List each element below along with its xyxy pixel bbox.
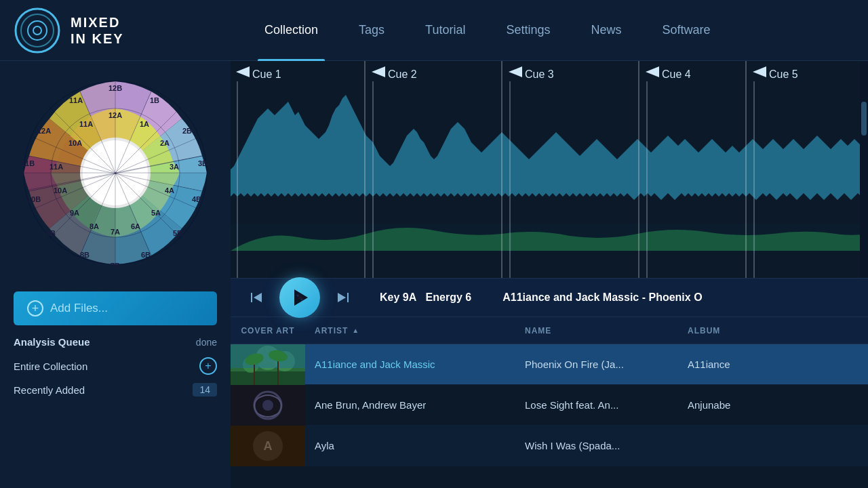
svg-text:5A: 5A bbox=[151, 209, 161, 217]
svg-text:Cue 4: Cue 4 bbox=[662, 68, 691, 80]
svg-text:3B: 3B bbox=[198, 159, 208, 167]
svg-text:12B: 12B bbox=[108, 84, 122, 92]
svg-text:2B: 2B bbox=[182, 127, 192, 135]
svg-marker-75 bbox=[347, 293, 349, 302]
svg-text:11A: 11A bbox=[79, 120, 93, 128]
svg-text:10A: 10A bbox=[54, 186, 67, 195]
track-name-3: Wish I Was (Spada... bbox=[515, 440, 678, 451]
transport-separator: - bbox=[642, 291, 649, 303]
svg-text:4B: 4B bbox=[192, 195, 201, 203]
header-artist: ARTIST ▲ bbox=[305, 326, 515, 336]
table-row[interactable]: A Ayla Wish I Was (Spada... bbox=[231, 426, 868, 466]
track-name-1: Phoenix On Fire (Ja... bbox=[515, 359, 678, 370]
transport-track-info: A11iance and Jack Massic - Phoenix O bbox=[502, 291, 702, 304]
svg-text:Cue 1: Cue 1 bbox=[252, 68, 281, 80]
svg-text:10A: 10A bbox=[68, 139, 82, 147]
entire-collection-row: Entire Collection + bbox=[14, 357, 217, 375]
transport-artist: A11iance and Jack Massic bbox=[502, 291, 639, 303]
entire-collection-add-button[interactable]: + bbox=[199, 357, 217, 375]
svg-text:6A: 6A bbox=[131, 222, 140, 230]
svg-point-3 bbox=[33, 26, 41, 35]
svg-text:11A: 11A bbox=[69, 96, 83, 104]
svg-text:6B: 6B bbox=[141, 251, 151, 259]
svg-text:1A: 1A bbox=[140, 120, 149, 128]
nav-news[interactable]: News bbox=[570, 0, 642, 61]
recently-added-row: Recently Added 14 bbox=[14, 383, 217, 396]
nav-tutorial[interactable]: Tutorial bbox=[405, 0, 486, 61]
svg-text:7A: 7A bbox=[111, 228, 120, 236]
svg-text:A: A bbox=[264, 439, 273, 453]
svg-text:8B: 8B bbox=[80, 251, 90, 259]
svg-point-2 bbox=[28, 21, 47, 40]
svg-point-0 bbox=[16, 9, 59, 52]
svg-marker-76 bbox=[338, 293, 346, 302]
table-row[interactable]: Ane Brun, Andrew Bayer Lose Sight feat. … bbox=[231, 385, 868, 426]
key-label: Key bbox=[380, 291, 399, 303]
table-row[interactable]: A11iance and Jack Massic Phoenix On Fire… bbox=[231, 344, 868, 385]
sidebar: 12B 1B 2B 3B 4B 5B 6B 7B 8B 9B 10B 11B 1… bbox=[0, 61, 231, 488]
svg-text:9B: 9B bbox=[46, 229, 56, 237]
svg-text:Cue 5: Cue 5 bbox=[769, 68, 798, 80]
cover-art-1 bbox=[231, 344, 305, 385]
svg-rect-80 bbox=[231, 371, 305, 385]
track-artist-2: Ane Brun, Andrew Bayer bbox=[305, 399, 515, 411]
header-album: ALBUM bbox=[678, 326, 868, 336]
skip-forward-button[interactable] bbox=[331, 285, 355, 310]
energy-label: Energy bbox=[426, 291, 462, 303]
svg-rect-69 bbox=[861, 102, 867, 136]
key-value: 9A bbox=[403, 291, 416, 303]
entire-collection-label: Entire Collection bbox=[14, 361, 87, 372]
svg-text:3A: 3A bbox=[170, 163, 179, 171]
recently-added-label: Recently Added bbox=[14, 384, 85, 396]
nav-software[interactable]: Software bbox=[642, 0, 731, 61]
cover-art-2 bbox=[231, 385, 305, 426]
add-files-icon: + bbox=[27, 300, 43, 317]
svg-text:8A: 8A bbox=[90, 222, 99, 230]
transport-trackname: Phoenix O bbox=[648, 291, 702, 303]
play-button[interactable] bbox=[279, 277, 320, 318]
header: MIXED IN KEY Collection Tags Tutorial Se… bbox=[0, 0, 868, 61]
svg-text:Cue 2: Cue 2 bbox=[388, 68, 417, 80]
svg-text:9A: 9A bbox=[70, 209, 79, 217]
track-artist-3: Ayla bbox=[305, 440, 515, 451]
sort-arrow-icon[interactable]: ▲ bbox=[352, 327, 359, 334]
main-nav: Collection Tags Tutorial Settings News S… bbox=[244, 0, 854, 61]
svg-text:10B: 10B bbox=[27, 195, 41, 203]
skip-back-button[interactable] bbox=[244, 285, 269, 310]
camelot-wheel[interactable]: 12B 1B 2B 3B 4B 5B 6B 7B 8B 9B 10B 11B 1… bbox=[10, 68, 220, 278]
transport-bar: Key 9A Energy 6 A11iance and Jack Massic… bbox=[231, 278, 868, 317]
svg-text:11B: 11B bbox=[21, 159, 35, 167]
analysis-status: done bbox=[196, 337, 217, 348]
logo-line1: MIXED bbox=[71, 14, 124, 30]
svg-rect-84 bbox=[231, 344, 305, 368]
svg-text:11A: 11A bbox=[50, 163, 63, 171]
header-cover-art: COVER ART bbox=[231, 326, 305, 336]
svg-text:7B: 7B bbox=[111, 262, 120, 270]
nav-settings[interactable]: Settings bbox=[486, 0, 570, 61]
svg-point-1 bbox=[21, 14, 54, 47]
logo-icon bbox=[14, 7, 61, 54]
sidebar-bottom: + Add Files... Analysis Queue done Entir… bbox=[0, 285, 231, 488]
analysis-queue-row: Analysis Queue done bbox=[14, 336, 217, 348]
nav-collection[interactable]: Collection bbox=[244, 0, 338, 61]
svg-text:12A: 12A bbox=[108, 111, 122, 119]
svg-point-91 bbox=[262, 400, 273, 411]
track-artist-1: A11iance and Jack Massic bbox=[305, 359, 515, 370]
header-name: NAME bbox=[515, 326, 678, 336]
recently-added-badge: 14 bbox=[193, 383, 217, 396]
key-energy-display: Key 9A Energy 6 bbox=[380, 291, 471, 304]
svg-text:1B: 1B bbox=[150, 96, 159, 104]
add-files-label: Add Files... bbox=[50, 302, 108, 315]
svg-text:5B: 5B bbox=[173, 229, 182, 237]
svg-text:12A: 12A bbox=[37, 127, 51, 135]
waveform-area[interactable]: Cue 1 Cue 2 Cue 3 Cue 4 Cue 5 bbox=[231, 61, 868, 278]
energy-value: 6 bbox=[465, 291, 471, 303]
content-area: Cue 1 Cue 2 Cue 3 Cue 4 Cue 5 bbox=[231, 61, 868, 488]
svg-text:2A: 2A bbox=[160, 139, 170, 147]
svg-marker-70 bbox=[251, 293, 252, 302]
add-files-button[interactable]: + Add Files... bbox=[14, 291, 217, 325]
track-album-1: A11iance bbox=[678, 359, 868, 370]
nav-tags[interactable]: Tags bbox=[338, 0, 405, 61]
svg-text:4A: 4A bbox=[165, 186, 174, 195]
main-layout: 12B 1B 2B 3B 4B 5B 6B 7B 8B 9B 10B 11B 1… bbox=[0, 61, 868, 488]
